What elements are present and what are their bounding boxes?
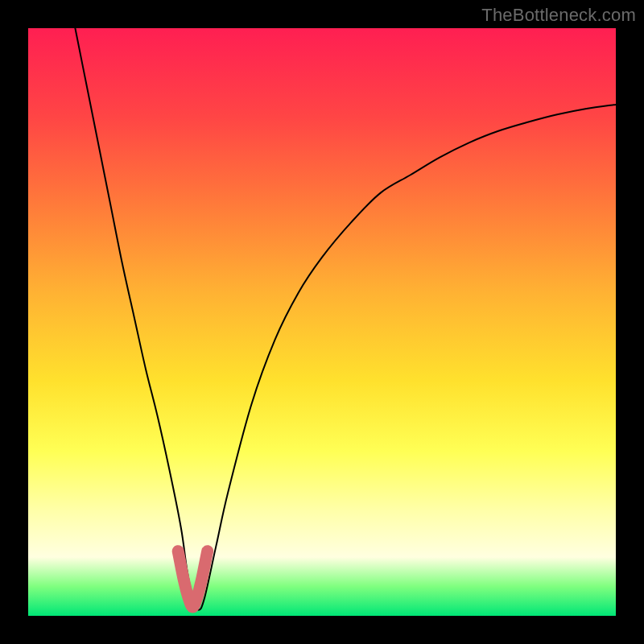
bottleneck-curve-path — [75, 28, 616, 610]
curve-layer — [28, 28, 616, 616]
bottleneck-highlight-path — [178, 551, 208, 607]
plot-area — [28, 28, 616, 616]
chart-frame: TheBottleneck.com — [0, 0, 644, 644]
watermark-text: TheBottleneck.com — [481, 5, 636, 26]
